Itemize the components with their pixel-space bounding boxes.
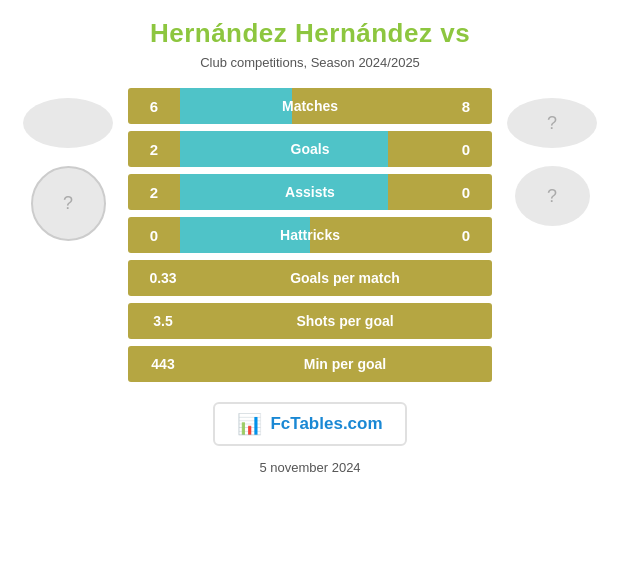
right-player-avatar: ? (515, 166, 590, 226)
right-avatars: ? ? (492, 98, 612, 226)
left-avatars: ? (8, 98, 128, 241)
stat-row-plain: 3.5Shots per goal (128, 303, 492, 339)
left-player-image: ? (63, 193, 73, 214)
left-club-avatar (23, 98, 113, 148)
stat-left-value: 2 (128, 184, 180, 201)
stat-row: 6Matches8 (128, 88, 492, 124)
right-player-image: ? (547, 186, 557, 207)
stat-label: Assists (180, 184, 440, 200)
stat-bar-area: Matches (180, 88, 440, 124)
stat-label: Goals (180, 141, 440, 157)
stat-plain-label: Min per goal (198, 356, 492, 372)
stat-plain-left-value: 3.5 (128, 313, 198, 329)
stat-left-value: 6 (128, 98, 180, 115)
page-subtitle: Club competitions, Season 2024/2025 (200, 55, 420, 70)
logo-fc: Fc (270, 414, 290, 433)
stat-left-value: 0 (128, 227, 180, 244)
right-club-image: ? (547, 113, 557, 134)
right-club-avatar: ? (507, 98, 597, 148)
stat-plain-label: Goals per match (198, 270, 492, 286)
stat-bar-area: Goals (180, 131, 440, 167)
stat-label: Hattricks (180, 227, 440, 243)
stat-right-value: 0 (440, 227, 492, 244)
stat-plain-left-value: 0.33 (128, 270, 198, 286)
page-title: Hernández Hernández vs (150, 18, 470, 49)
stat-label: Matches (180, 98, 440, 114)
stat-right-value: 0 (440, 184, 492, 201)
stat-bar-area: Assists (180, 174, 440, 210)
stat-right-value: 0 (440, 141, 492, 158)
stat-left-value: 2 (128, 141, 180, 158)
stat-bar-area: Hattricks (180, 217, 440, 253)
left-player-avatar: ? (31, 166, 106, 241)
stat-right-value: 8 (440, 98, 492, 115)
logo-tables: Tables.com (290, 414, 382, 433)
logo-icon: 📊 (237, 412, 262, 436)
stat-row: 0Hattricks0 (128, 217, 492, 253)
stat-plain-label: Shots per goal (198, 313, 492, 329)
stat-row-plain: 0.33Goals per match (128, 260, 492, 296)
comparison-area: ? 6Matches82Goals02Assists00Hattricks00.… (0, 88, 620, 382)
stat-plain-left-value: 443 (128, 356, 198, 372)
stat-row: 2Assists0 (128, 174, 492, 210)
logo-area: 📊 FcTables.com (213, 402, 406, 446)
page: Hernández Hernández vs Club competitions… (0, 0, 620, 580)
stats-column: 6Matches82Goals02Assists00Hattricks00.33… (128, 88, 492, 382)
date-label: 5 november 2024 (259, 460, 360, 475)
logo-text: FcTables.com (270, 414, 382, 434)
stat-row: 2Goals0 (128, 131, 492, 167)
stat-row-plain: 443Min per goal (128, 346, 492, 382)
